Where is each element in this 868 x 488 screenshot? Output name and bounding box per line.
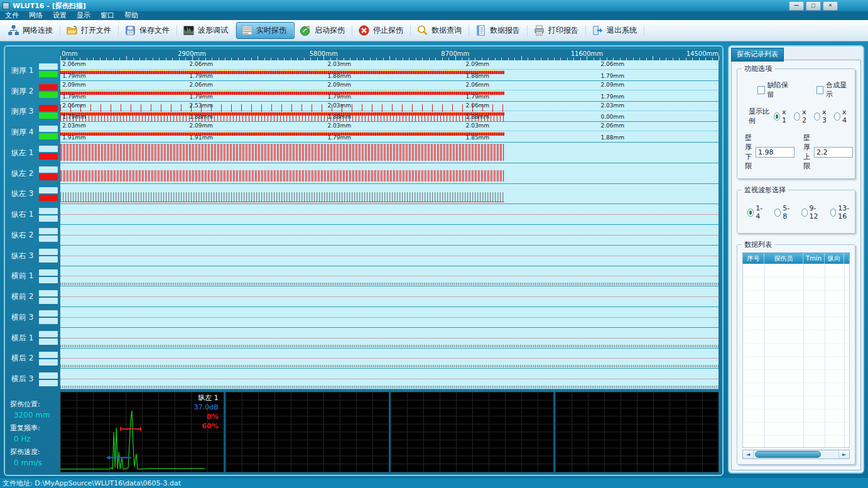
tab-record-list[interactable]: 探伤记录列表 — [731, 48, 784, 62]
column-header-2[interactable]: 探伤员 — [764, 253, 803, 264]
menu-item[interactable]: 窗口 — [95, 11, 119, 20]
print-report-button[interactable]: 打印报告 — [528, 22, 587, 39]
options-group-title: 功能选项 — [742, 64, 774, 73]
indicator-bar — [39, 339, 58, 345]
thickness-value: 2.09mm — [62, 82, 86, 88]
noise-band — [60, 365, 719, 367]
indicator-bar — [39, 215, 58, 222]
horizontal-scrollbar[interactable]: ◄ ► — [742, 450, 850, 459]
scale-radio-x3[interactable]: x 3 — [814, 108, 830, 124]
indicator-bar — [39, 310, 58, 317]
scan-info: 探伤位置: 3200 mm 重复频率: 0 Hz 探伤速度: 0 mm/s — [5, 392, 60, 472]
indicator-bar — [39, 105, 58, 111]
data-table-header: 序号探伤员Tmin纵向横向文件 — [742, 252, 850, 264]
column-header-1[interactable]: 序号 — [743, 253, 764, 264]
indicator-bar — [39, 380, 58, 386]
menu-item[interactable]: 设置 — [48, 11, 72, 20]
thickness-value: 1.88mm — [466, 114, 490, 120]
window-minimize-button[interactable]: — — [789, 1, 804, 11]
monitor-radio-13-16[interactable]: 13-16 — [830, 204, 852, 220]
ruler-label: 11600mm — [571, 50, 603, 57]
save-file-button[interactable]: 保存文件 — [119, 22, 178, 39]
upper-limit-input[interactable] — [814, 147, 853, 158]
value-row: 1.79mm1.79mm1.88mm1.88mm1.79mm — [60, 73, 719, 79]
stop-scan-button[interactable]: 停止探伤 — [353, 22, 411, 39]
exit-system-button[interactable]: 退出系统 — [587, 22, 645, 39]
channel-row — [60, 246, 719, 266]
lower-limit-input[interactable] — [756, 147, 795, 158]
window-close-button[interactable]: ✕ — [823, 1, 838, 11]
thickness-value: 2.06mm — [466, 102, 490, 109]
menu-item[interactable]: 网络 — [24, 11, 48, 20]
scan-panel: 0mm2900mm5800mm8700mm11600mm14500mm 测厚 1… — [4, 45, 724, 476]
indicator-bar — [39, 256, 58, 263]
indicator-bar — [39, 298, 58, 304]
channel-thickness: 测厚 2 — [5, 81, 60, 102]
channel-indicators — [39, 352, 58, 366]
realtime-scan-button[interactable]: 实时探伤 — [236, 22, 295, 39]
scroll-right-arrow-icon[interactable]: ► — [838, 450, 849, 458]
channel-indicators — [39, 249, 58, 263]
value-row: 2.03mm2.09mm2.03mm2.03mm2.06mm — [60, 122, 719, 129]
app-icon — [3, 3, 9, 9]
indicator-bar — [39, 84, 58, 90]
thickness-value: 1.88mm — [189, 114, 213, 120]
toolbar-button-label: 停止探伤 — [373, 25, 403, 36]
channel-label: 纵右 2 — [11, 230, 33, 241]
toolbar-button-label: 启动探伤 — [315, 25, 345, 36]
radio-label: x 1 — [782, 108, 789, 124]
waveform-gain: 37.0dB — [194, 403, 219, 412]
radio-label: 1-4 — [756, 204, 764, 220]
monitor-radio-1-4[interactable]: 1-4 — [747, 204, 764, 220]
composite-display-checkbox[interactable]: 合成显示 — [816, 80, 850, 99]
position-label: 探伤位置: — [10, 399, 60, 409]
indicator-bar — [39, 352, 58, 358]
start-scan-button[interactable]: 启动探伤 — [295, 22, 353, 39]
channel-dotted: 纵右 1 — [5, 204, 60, 225]
position-ruler: 0mm2900mm5800mm8700mm11600mm14500mm — [60, 50, 719, 60]
window-maximize-button[interactable]: ▢ — [806, 1, 821, 11]
column-line — [764, 264, 765, 447]
channel-dotted-noise: 横后 1 — [5, 328, 60, 349]
radio-label: 13-16 — [838, 204, 852, 220]
trace-band — [60, 192, 504, 202]
lower-limit-label: 壁厚下限 — [745, 133, 752, 171]
thickness-value: 1.79mm — [327, 134, 351, 141]
scrollbar-track[interactable] — [754, 450, 838, 458]
data-report-button[interactable]: 数据报告 — [470, 22, 528, 39]
radio-label: 9-12 — [810, 204, 820, 220]
scale-radio-x2[interactable]: x 2 — [794, 108, 810, 124]
thickness-value: 1.79mm — [189, 73, 213, 79]
scroll-left-arrow-icon[interactable]: ◄ — [743, 450, 754, 458]
scrollbar-thumb[interactable] — [755, 451, 821, 458]
thickness-value: 2.03mm — [327, 61, 351, 67]
menu-item[interactable]: 显示 — [72, 11, 95, 20]
toolbar-button-label: 打开文件 — [81, 25, 111, 36]
channel-row — [60, 225, 719, 246]
ruler-label: 2900mm — [178, 50, 206, 57]
scale-radio-x1[interactable]: x 1 — [774, 108, 789, 124]
thickness-value: 1.79mm — [327, 94, 351, 100]
menu-item[interactable]: 帮助 — [119, 11, 143, 20]
thickness-value: 2.06mm — [600, 61, 624, 67]
monitor-radio-9-12[interactable]: 9-12 — [801, 204, 820, 220]
channel-thickness: 测厚 4 — [5, 122, 60, 143]
value-row: 2.06mm2.06mm2.03mm2.09mm2.06mm — [60, 61, 719, 67]
scale-row: 显示比例 x 1x 2x 3x 4 — [749, 107, 850, 126]
column-header-5[interactable]: 横向 — [844, 253, 850, 264]
open-file-button[interactable]: 打开文件 — [61, 22, 119, 39]
column-header-4[interactable]: 纵向 — [825, 253, 844, 264]
thickness-value: 2.06mm — [466, 82, 490, 88]
defect-retain-checkbox[interactable]: 缺陷保留 — [757, 80, 791, 99]
frequency-label: 重复频率: — [10, 423, 60, 433]
data-query-button[interactable]: 数据查询 — [411, 22, 470, 39]
network-button[interactable]: 网络连接 — [3, 22, 61, 39]
indicator-bar — [39, 166, 58, 173]
channel-dense-gray-low: 纵左 3 — [5, 184, 60, 205]
menu-item[interactable]: 文件 — [0, 11, 24, 20]
channel-indicators — [39, 63, 58, 77]
waveform-debug-button[interactable]: 波形调试 — [178, 22, 236, 39]
column-header-3[interactable]: Tmin — [803, 253, 825, 264]
monitor-radio-5-8[interactable]: 5-8 — [774, 204, 791, 220]
scale-radio-x4[interactable]: x 4 — [834, 108, 850, 124]
